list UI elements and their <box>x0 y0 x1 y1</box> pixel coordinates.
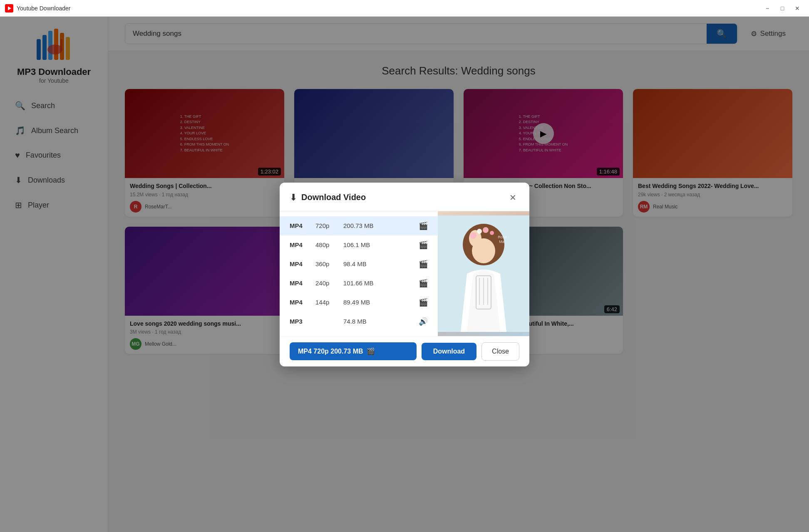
svg-point-19 <box>470 232 476 239</box>
format-row[interactable]: MP4 360p 98.4 MB 🎬 <box>280 255 438 274</box>
close-button[interactable]: ✕ <box>791 2 804 14</box>
download-modal: ⬇ Download Video ✕ MP4 720p 200.73 MB 🎬 … <box>280 183 529 366</box>
svg-text:Rose: Rose <box>498 235 506 239</box>
format-row[interactable]: MP4 480p 106.1 MB 🎬 <box>280 235 438 255</box>
format-resolution: 360p <box>315 260 338 267</box>
format-media-icon: 🔊 <box>419 317 428 326</box>
format-resolution: 144p <box>315 299 338 306</box>
format-row[interactable]: MP4 240p 101.66 MB 🎬 <box>280 274 438 293</box>
modal-title: Download Video <box>301 193 366 202</box>
format-row[interactable]: MP4 144p 89.49 MB 🎬 <box>280 293 438 312</box>
format-resolution: 480p <box>315 241 338 248</box>
modal-close-button[interactable]: ✕ <box>506 191 519 204</box>
maximize-button[interactable]: □ <box>776 2 789 14</box>
format-size: 200.73 MB <box>343 222 414 229</box>
format-type: MP4 <box>290 241 310 248</box>
format-size: 74.8 MB <box>343 318 414 325</box>
format-type: MP4 <box>290 222 310 229</box>
modal-body: MP4 720p 200.73 MB 🎬 MP4 480p 106.1 MB 🎬… <box>280 211 529 336</box>
format-resolution: 240p <box>315 280 338 287</box>
download-button[interactable]: Download <box>422 343 476 360</box>
download-icon: ⬇ <box>290 192 297 203</box>
format-resolution: 720p <box>315 222 338 229</box>
format-size: 106.1 MB <box>343 241 414 248</box>
modal-thumbnail: Rose Mar <box>438 211 529 336</box>
svg-point-20 <box>477 229 482 234</box>
titlebar: Youtube Downloader − □ ✕ <box>0 0 809 17</box>
format-media-icon: 🎬 <box>419 240 428 250</box>
svg-text:Mar: Mar <box>499 240 506 244</box>
format-media-icon: 🎬 <box>419 298 428 307</box>
format-type: MP4 <box>290 299 310 306</box>
format-media-icon: 🎬 <box>419 221 428 230</box>
format-type: MP4 <box>290 280 310 287</box>
format-list: MP4 720p 200.73 MB 🎬 MP4 480p 106.1 MB 🎬… <box>280 211 438 336</box>
modal-thumb-inner: Rose Mar <box>438 211 529 336</box>
format-size: 89.49 MB <box>343 299 414 306</box>
close-modal-button[interactable]: Close <box>481 342 519 361</box>
modal-overlay[interactable]: ⬇ Download Video ✕ MP4 720p 200.73 MB 🎬 … <box>0 17 809 532</box>
app-icon <box>5 4 13 12</box>
window-title: Youtube Downloader <box>17 5 70 12</box>
modal-footer: MP4 720p 200.73 MB 🎬 Download Close <box>280 336 529 366</box>
format-size: 98.4 MB <box>343 260 414 267</box>
window-controls: − □ ✕ <box>761 2 804 14</box>
format-row[interactable]: MP4 720p 200.73 MB 🎬 <box>280 216 438 235</box>
thumbnail-image: Rose Mar <box>438 215 529 332</box>
format-type: MP4 <box>290 260 310 267</box>
format-size: 101.66 MB <box>343 280 414 287</box>
selected-format-label: MP4 720p 200.73 MB <box>298 348 363 355</box>
svg-point-21 <box>483 227 489 233</box>
svg-point-14 <box>472 238 495 263</box>
minimize-button[interactable]: − <box>761 2 774 14</box>
modal-header: ⬇ Download Video ✕ <box>280 183 529 211</box>
video-format-icon: 🎬 <box>367 347 375 355</box>
format-type: MP3 <box>290 318 310 325</box>
format-row[interactable]: MP3 74.8 MB 🔊 <box>280 312 438 331</box>
format-media-icon: 🎬 <box>419 279 428 288</box>
selected-format-button[interactable]: MP4 720p 200.73 MB 🎬 <box>290 342 417 360</box>
svg-point-22 <box>490 231 494 235</box>
format-media-icon: 🎬 <box>419 260 428 269</box>
